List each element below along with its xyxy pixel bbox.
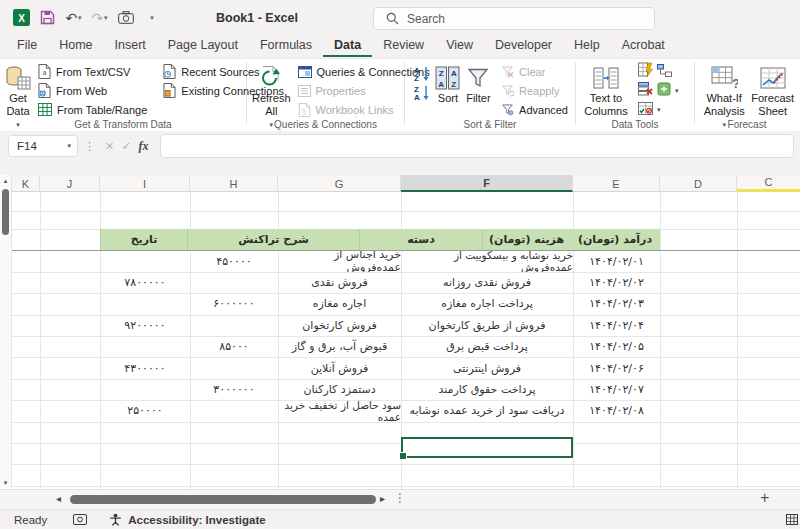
cell-date[interactable]: ۱۴۰۴/۰۲/۰۳ (573, 293, 660, 314)
ellipsis-vertical-icon[interactable]: ⋮ (84, 140, 95, 153)
tab-view[interactable]: View (435, 35, 484, 57)
cell-expense[interactable] (190, 400, 278, 421)
from-web-button[interactable]: From Web (34, 81, 151, 100)
header-expense[interactable]: هزینه (تومان) (482, 229, 570, 250)
tab-developer[interactable]: Developer (484, 35, 563, 57)
column-header-C[interactable]: C (737, 175, 800, 192)
column-header-I[interactable]: I (100, 175, 190, 192)
tab-file[interactable]: File (6, 35, 48, 57)
cell-category[interactable]: سود حاصل از تخفیف خرید عمده (278, 400, 401, 421)
cell-expense[interactable]: ۴۵۰۰۰۰ (190, 251, 278, 272)
cell-category[interactable]: دستمزد کارکنان (278, 379, 401, 400)
cell-income[interactable]: ۷۸۰۰۰۰۰ (100, 272, 190, 293)
scroll-right-icon[interactable]: ▸ (380, 493, 385, 504)
cell-date[interactable]: ۱۴۰۴/۰۲/۰۶ (573, 358, 660, 379)
data-validation-button[interactable] (638, 101, 653, 119)
tab-home[interactable]: Home (48, 35, 103, 57)
cell-category[interactable]: قبوض آب، برق و گاز (278, 336, 401, 357)
sort-az-button[interactable]: AZ (411, 64, 433, 83)
cell-description[interactable]: فروش نقدی روزانه (401, 272, 573, 293)
cell-income[interactable]: ۴۳۰۰۰۰۰ (100, 358, 190, 379)
cell-date[interactable]: ۱۴۰۴/۰۲/۰۷ (573, 379, 660, 400)
horizontal-scroll-thumb[interactable] (70, 495, 376, 504)
formula-input[interactable] (160, 134, 794, 158)
cell-expense[interactable] (190, 358, 278, 379)
cell-description[interactable]: فروش از طریق کارتخوان (401, 315, 573, 336)
vertical-scrollbar[interactable]: ▴ ▾ (0, 175, 12, 489)
save-icon[interactable] (39, 8, 56, 28)
selected-cell-F14[interactable] (401, 437, 573, 458)
column-header-H[interactable]: H (190, 175, 278, 192)
header-description[interactable]: شرح تراکنش (187, 229, 359, 250)
fill-handle[interactable] (399, 452, 407, 460)
tab-review[interactable]: Review (372, 35, 435, 57)
macro-record-button[interactable] (73, 514, 87, 525)
tab-insert[interactable]: Insert (104, 35, 157, 57)
vertical-scroll-thumb[interactable] (2, 189, 9, 235)
camera-button[interactable] (117, 8, 134, 28)
column-header-D[interactable]: D (660, 175, 737, 192)
cell-description[interactable]: دریافت سود از خرید عمده نوشابه (401, 400, 573, 421)
undo-button[interactable]: ↶▾ (65, 8, 82, 28)
cell-expense[interactable]: ۳۰۰۰۰۰۰ (190, 379, 278, 400)
cell-income[interactable]: ۲۵۰۰۰۰ (100, 400, 190, 421)
column-header-F[interactable]: F (401, 175, 573, 192)
advanced-filter-button[interactable]: Advanced (497, 100, 572, 119)
data-model-button[interactable] (657, 82, 671, 100)
cell-income[interactable] (100, 336, 190, 357)
sort-za-button[interactable]: ZA (411, 83, 433, 102)
new-sheet-button[interactable]: + (760, 489, 769, 507)
header-date[interactable]: تاریخ (100, 229, 187, 250)
scroll-up-icon[interactable]: ▴ (0, 177, 11, 185)
sort-button[interactable]: ZAAZ Sort (433, 62, 463, 107)
scroll-down-icon[interactable]: ▾ (0, 479, 11, 487)
cell-income[interactable] (100, 293, 190, 314)
name-box[interactable]: F14 ▾ (8, 135, 78, 157)
column-header-J[interactable]: J (40, 175, 100, 192)
column-header-E[interactable]: E (573, 175, 660, 192)
cell-date[interactable]: ۱۴۰۴/۰۲/۰۵ (573, 336, 660, 357)
accessibility-status[interactable]: Accessibility: Investigate (109, 513, 265, 526)
cell-category[interactable]: خرید اجناس از عمده‌فروش (278, 251, 401, 272)
filter-button[interactable]: Filter (463, 62, 494, 107)
relationships-button[interactable] (657, 63, 672, 81)
header-category[interactable]: دسته (359, 229, 482, 250)
cell-category[interactable]: اجاره مغازه (278, 293, 401, 314)
sheet-grid[interactable]: درآمد (تومان) هزینه (تومان) دسته شرح ترا… (12, 192, 800, 489)
cell-date[interactable]: ۱۴۰۴/۰۲/۰۴ (573, 315, 660, 336)
cell-category[interactable]: فروش آنلاین (278, 358, 401, 379)
cell-income[interactable] (100, 379, 190, 400)
text-to-columns-button[interactable]: Text to Columns (580, 62, 632, 120)
scrollbar-splitter[interactable]: ⋮ (394, 491, 406, 505)
cell-income[interactable]: ۹۲۰۰۰۰۰ (100, 315, 190, 336)
flash-fill-button[interactable] (638, 62, 653, 81)
column-header-K[interactable]: K (12, 175, 40, 192)
cell-expense[interactable]: ۶۰۰۰۰۰۰ (190, 293, 278, 314)
cell-description[interactable]: پرداخت قبض برق (401, 336, 573, 357)
insert-function-button[interactable]: fx (135, 139, 152, 154)
cell-income[interactable] (100, 251, 190, 272)
cell-expense[interactable] (190, 272, 278, 293)
tab-acrobat[interactable]: Acrobat (611, 35, 676, 57)
search-input[interactable]: Search (373, 7, 655, 30)
from-table-range-button[interactable]: From Table/Range (34, 100, 151, 119)
normal-view-icon[interactable] (786, 514, 798, 527)
cell-date[interactable]: ۱۴۰۴/۰۲/۰۱ (573, 251, 660, 272)
tab-data[interactable]: Data (323, 35, 372, 57)
cell-date[interactable]: ۱۴۰۴/۰۲/۰۸ (573, 400, 660, 421)
tab-help[interactable]: Help (563, 35, 611, 57)
tab-page-layout[interactable]: Page Layout (157, 35, 249, 57)
cell-expense[interactable] (190, 315, 278, 336)
cell-description[interactable]: خرید نوشابه و بیسکوییت از عمده‌فروش (401, 251, 573, 272)
cell-description[interactable]: پرداخت حقوق کارمند (401, 379, 573, 400)
customize-qat-button[interactable]: ▾ (143, 8, 160, 28)
cell-category[interactable]: فروش نقدی (278, 272, 401, 293)
cell-description[interactable]: پرداخت اجاره مغازه (401, 293, 573, 314)
cell-category[interactable]: فروش کارتخوان (278, 315, 401, 336)
forecast-sheet-button[interactable]: Forecast Sheet (749, 62, 796, 120)
tab-formulas[interactable]: Formulas (249, 35, 323, 57)
from-text-csv-button[interactable]: a From Text/CSV (34, 62, 151, 81)
column-header-G[interactable]: G (278, 175, 401, 192)
cell-date[interactable]: ۱۴۰۴/۰۲/۰۲ (573, 272, 660, 293)
remove-duplicates-button[interactable] (638, 82, 653, 100)
